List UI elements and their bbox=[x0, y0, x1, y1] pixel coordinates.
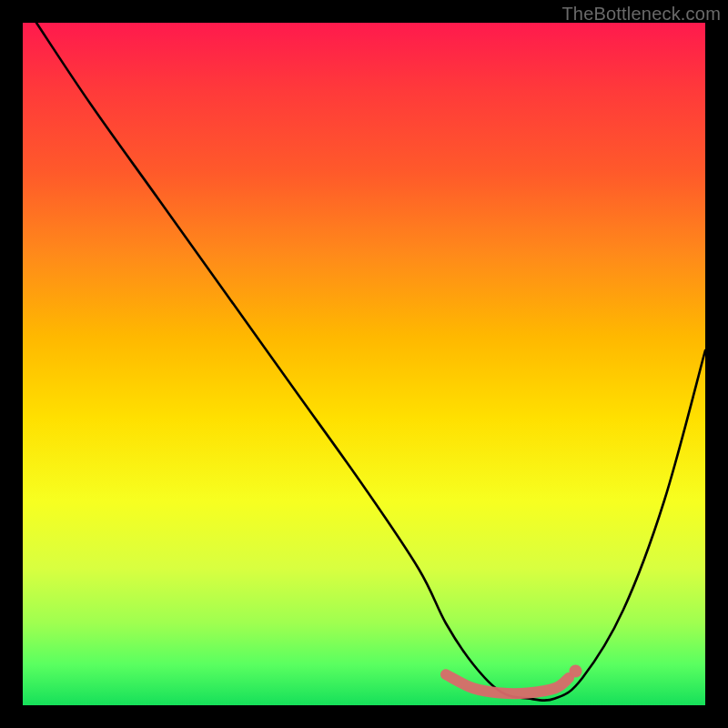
bottleneck-curve-path bbox=[36, 23, 705, 701]
chart-frame: TheBottleneck.com bbox=[0, 0, 728, 728]
watermark-text: TheBottleneck.com bbox=[561, 4, 721, 25]
gradient-plot-area bbox=[23, 23, 705, 705]
bottleneck-curve-svg bbox=[23, 23, 705, 705]
highlight-segment-path bbox=[446, 674, 569, 693]
highlight-marker bbox=[570, 665, 582, 678]
